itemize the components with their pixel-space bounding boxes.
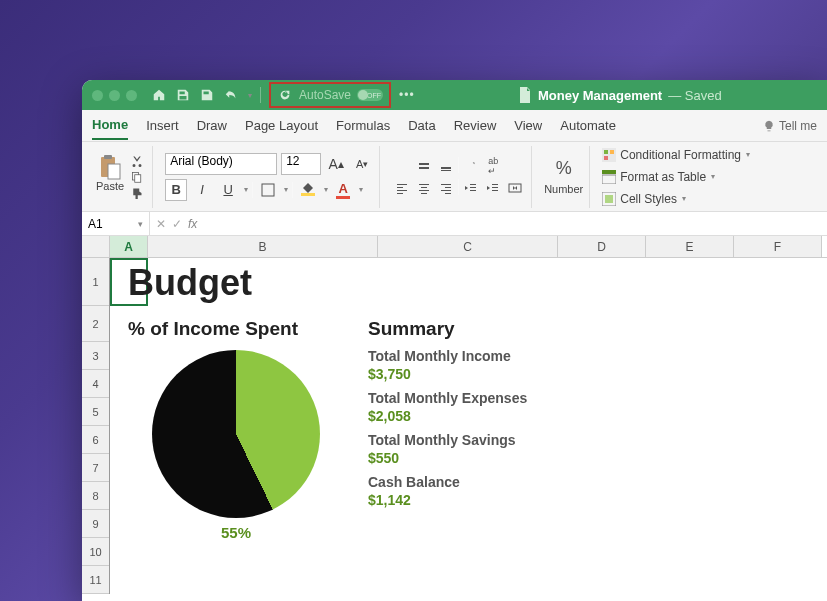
chevron-down-icon[interactable]: ▾ (138, 219, 143, 229)
autosave-label: AutoSave (299, 88, 351, 102)
tab-automate[interactable]: Automate (560, 112, 616, 139)
increase-font-icon[interactable]: A▴ (325, 153, 347, 175)
svg-rect-10 (604, 156, 608, 160)
col-header-a[interactable]: A (110, 236, 148, 257)
tell-me[interactable]: Tell me (763, 119, 817, 133)
tab-formulas[interactable]: Formulas (336, 112, 390, 139)
separator (260, 87, 261, 103)
increase-indent-icon[interactable] (483, 179, 503, 197)
cancel-formula-icon[interactable]: ✕ (156, 217, 166, 231)
summary-label: Total Monthly Savings (368, 432, 827, 448)
tab-draw[interactable]: Draw (197, 112, 227, 139)
col-header-f[interactable]: F (734, 236, 822, 257)
fill-color-button[interactable] (297, 179, 319, 201)
wrap-text-icon[interactable]: ab↵ (483, 157, 503, 175)
merge-icon[interactable] (505, 179, 525, 197)
filename: Money Management (538, 88, 662, 103)
autosave-toggle[interactable]: OFF (357, 89, 383, 101)
align-bottom-icon[interactable] (436, 157, 456, 175)
pie-chart[interactable] (152, 350, 360, 518)
section-heading-left: % of Income Spent (128, 318, 360, 340)
row-header[interactable]: 7 (82, 454, 109, 482)
orientation-icon[interactable] (461, 157, 481, 175)
col-header-c[interactable]: C (378, 236, 558, 257)
align-center-icon[interactable] (414, 179, 434, 197)
col-header-b[interactable]: B (148, 236, 378, 257)
font-size-select[interactable]: 12 (281, 153, 321, 175)
tab-data[interactable]: Data (408, 112, 435, 139)
undo-dropdown[interactable]: ▾ (248, 91, 252, 100)
row-header[interactable]: 4 (82, 370, 109, 398)
row-header[interactable]: 2 (82, 306, 109, 342)
tab-insert[interactable]: Insert (146, 112, 179, 139)
conditional-formatting-button[interactable]: Conditional Formatting▾ (602, 146, 750, 164)
row-header[interactable]: 6 (82, 426, 109, 454)
summary-value: $1,142 (368, 492, 827, 508)
svg-rect-14 (605, 195, 613, 203)
zoom-dot[interactable] (126, 90, 137, 101)
refresh-icon[interactable] (277, 87, 293, 103)
pie-percent-label: 55% (152, 524, 320, 541)
undo-icon[interactable] (223, 87, 239, 103)
svg-rect-9 (610, 150, 614, 154)
row-header[interactable]: 1 (82, 258, 109, 306)
align-left-icon[interactable] (392, 179, 412, 197)
decrease-indent-icon[interactable] (461, 179, 481, 197)
font-color-button[interactable]: A (332, 179, 354, 201)
summary-label: Total Monthly Income (368, 348, 827, 364)
select-all-corner[interactable] (82, 236, 110, 257)
align-top-icon[interactable] (392, 157, 412, 175)
document-title: Money Management — Saved (423, 87, 817, 103)
align-right-icon[interactable] (436, 179, 456, 197)
minimize-dot[interactable] (109, 90, 120, 101)
col-header-e[interactable]: E (646, 236, 734, 257)
cut-icon[interactable] (128, 154, 146, 168)
percent-icon[interactable]: % (556, 158, 572, 179)
paste-icon[interactable] (99, 154, 121, 180)
alignment-group: ab↵ (386, 146, 532, 208)
row-headers: 1 2 3 4 5 6 7 8 9 10 11 (82, 258, 110, 594)
save-as-icon[interactable] (199, 87, 215, 103)
enter-formula-icon[interactable]: ✓ (172, 217, 182, 231)
format-painter-icon[interactable] (128, 186, 146, 200)
window-controls[interactable] (92, 90, 137, 101)
spreadsheet: A B C D E F 1 2 3 4 5 6 7 8 9 10 11 (82, 236, 827, 594)
summary-value: $3,750 (368, 366, 827, 382)
svg-rect-12 (602, 175, 616, 184)
svg-rect-1 (104, 155, 112, 159)
fx-icon[interactable]: fx (188, 217, 197, 231)
underline-button[interactable]: U (217, 179, 239, 201)
decrease-font-icon[interactable]: A▾ (351, 153, 373, 175)
row-header[interactable]: 5 (82, 398, 109, 426)
excel-window: ▾ AutoSave OFF ••• Money Management — Sa… (82, 80, 827, 601)
close-dot[interactable] (92, 90, 103, 101)
formula-bar: A1 ▾ ✕ ✓ fx (82, 212, 827, 236)
save-icon[interactable] (175, 87, 191, 103)
cell-styles-button[interactable]: Cell Styles▾ (602, 190, 686, 208)
tab-review[interactable]: Review (454, 112, 497, 139)
home-icon[interactable] (151, 87, 167, 103)
tab-view[interactable]: View (514, 112, 542, 139)
format-as-table-button[interactable]: Format as Table▾ (602, 168, 715, 186)
border-button[interactable] (257, 179, 279, 201)
align-middle-icon[interactable] (414, 157, 434, 175)
col-header-d[interactable]: D (558, 236, 646, 257)
row-header[interactable]: 9 (82, 510, 109, 538)
name-box[interactable]: A1 ▾ (82, 212, 150, 235)
copy-icon[interactable] (128, 170, 146, 184)
svg-rect-4 (135, 174, 141, 182)
more-icon[interactable]: ••• (399, 88, 415, 102)
row-header[interactable]: 8 (82, 482, 109, 510)
row-header[interactable]: 3 (82, 342, 109, 370)
tab-page-layout[interactable]: Page Layout (245, 112, 318, 139)
ribbon: Paste Arial (Body) 12 A▴ A▾ B I U▾ (82, 142, 827, 212)
row-header[interactable]: 10 (82, 538, 109, 566)
cell-canvas[interactable]: Budget % of Income Spent 55% Summary Tot… (110, 258, 827, 594)
italic-button[interactable]: I (191, 179, 213, 201)
svg-rect-8 (604, 150, 608, 154)
styles-group: Conditional Formatting▾ Format as Table▾… (596, 146, 756, 208)
font-name-select[interactable]: Arial (Body) (165, 153, 277, 175)
row-header[interactable]: 11 (82, 566, 109, 594)
tab-home[interactable]: Home (92, 111, 128, 140)
bold-button[interactable]: B (165, 179, 187, 201)
